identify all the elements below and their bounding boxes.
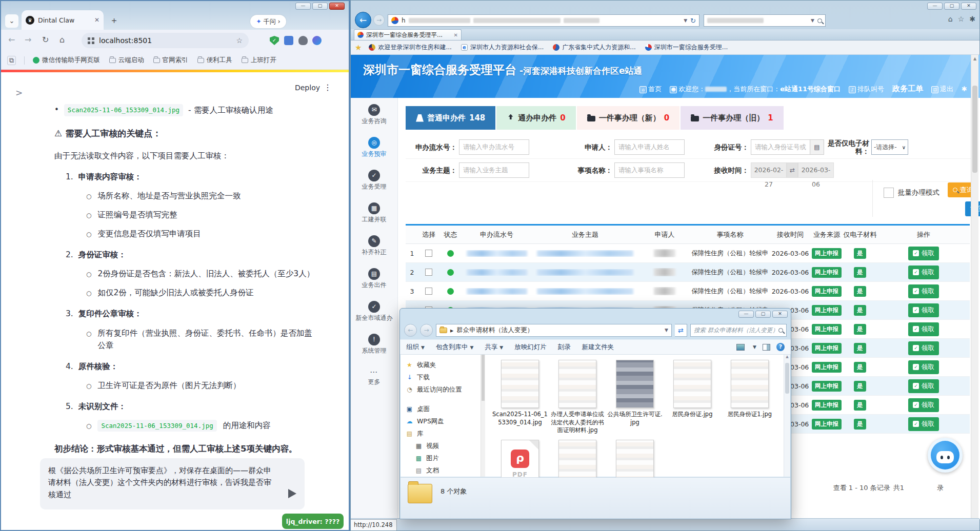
toolbar-item[interactable]: 包含到库中▼: [436, 343, 473, 352]
search-dropdown-icon[interactable]: ▼: [811, 18, 814, 23]
back-icon[interactable]: ←: [8, 35, 15, 45]
ie-address-bar[interactable]: h ▼ ↻: [388, 14, 699, 27]
ie-tab[interactable]: 深圳市一窗综合服务受理平... ✕: [354, 29, 462, 40]
file-item[interactable]: 办理人受申请单位或法定代表人委托的书面证明材料.jpg: [549, 360, 606, 435]
claim-button[interactable]: ✓领取: [908, 341, 939, 355]
address-dropdown-icon[interactable]: ▼: [684, 18, 687, 23]
ie-tab-close-icon[interactable]: ✕: [454, 32, 458, 38]
menu-kebab-icon[interactable]: ⋮: [324, 83, 332, 92]
files-scrollbar[interactable]: ▲: [784, 355, 790, 477]
profile-avatar[interactable]: [312, 36, 322, 45]
sidebar-scrollbar[interactable]: [481, 355, 485, 477]
claim-button[interactable]: ✓领取: [908, 247, 939, 260]
deploy-button[interactable]: Deploy: [295, 84, 320, 92]
row-checkbox[interactable]: [425, 288, 432, 295]
reload-icon[interactable]: ↻: [42, 35, 49, 45]
nav-queue[interactable]: ♪排队叫号: [849, 85, 884, 94]
page-scrollbar[interactable]: ▲: [971, 55, 978, 518]
bookmark-star-icon[interactable]: ☆: [236, 36, 243, 45]
assistant-robot-icon[interactable]: [928, 438, 963, 473]
favorite-item[interactable]: 广东省集中式人力资源和...: [553, 43, 635, 52]
work-tab-4[interactable]: 一件事办理（旧） 1: [681, 106, 783, 130]
send-icon[interactable]: [288, 489, 296, 498]
ie-refresh-icon[interactable]: ↻: [690, 17, 696, 25]
ie-favorites-icon[interactable]: ☆: [958, 15, 965, 23]
claim-button[interactable]: ✓领取: [908, 398, 939, 412]
sidebar-item-2[interactable]: ◎业务预审: [351, 131, 397, 164]
id-input[interactable]: [751, 139, 810, 155]
toolbar-item[interactable]: 共享▼: [485, 343, 503, 352]
sidebar-item-1[interactable]: ✉业务咨询: [351, 98, 397, 131]
row-checkbox[interactable]: [425, 250, 432, 257]
tab-search-icon[interactable]: ⌄: [5, 14, 18, 28]
bookmark-item[interactable]: 云端启动: [109, 56, 144, 65]
sidebar-expand-icon[interactable]: >: [15, 88, 23, 98]
explorer-breadcrumb[interactable]: ▸ 群众申请材料（法人变更） ▼: [436, 324, 672, 337]
explorer-back-icon[interactable]: ←: [404, 324, 417, 337]
sidebar-item-9[interactable]: ⋯更多: [351, 360, 397, 393]
adblock-shield-icon[interactable]: ✓: [270, 36, 279, 45]
forward-icon[interactable]: →: [25, 35, 31, 45]
ie-search-box[interactable]: ▼: [704, 14, 826, 27]
topic-input[interactable]: [459, 162, 529, 178]
ie-forward-icon[interactable]: →: [373, 14, 385, 26]
explorer-nav-cloud[interactable]: ☁WPS网盘: [406, 415, 481, 427]
extension-blue-icon[interactable]: [284, 36, 293, 45]
row-checkbox[interactable]: [425, 269, 432, 276]
file-item[interactable]: 公共场所卫生许可证.jpg: [606, 360, 664, 435]
explorer-forward-icon[interactable]: →: [420, 324, 433, 337]
toolbar-item[interactable]: 新建文件夹: [582, 343, 614, 352]
favorites-star-icon[interactable]: ★: [355, 43, 362, 52]
sidebar-item-5[interactable]: ✎补齐补正: [351, 229, 397, 262]
explorer-nav-recent[interactable]: ◔最近访问的位置: [406, 383, 481, 396]
explorer-minimize-button[interactable]: —: [738, 311, 754, 318]
minimize-button[interactable]: —: [295, 3, 311, 10]
ie-maximize-button[interactable]: ▢: [944, 3, 959, 10]
date-to-input[interactable]: 2026-03-06: [798, 162, 834, 178]
chevron-down-icon[interactable]: ▼: [753, 344, 756, 350]
explorer-refresh-icon[interactable]: ⇄: [675, 324, 687, 337]
address-bar[interactable]: localhost:8501 ☆: [82, 33, 249, 48]
ie-back-icon[interactable]: ←: [355, 12, 371, 28]
sidebar-item-6[interactable]: ▤业务出件: [351, 262, 397, 295]
date-from-input[interactable]: 2026-02-27: [751, 162, 787, 178]
favorite-item[interactable]: 深圳市一窗综合服务受理...: [645, 43, 728, 52]
claim-button[interactable]: ✓领取: [908, 360, 939, 374]
help-icon[interactable]: ?: [776, 343, 785, 351]
favorite-item[interactable]: 欢迎登录深圳市住房和建...: [369, 43, 451, 52]
ie-home-icon[interactable]: ⌂: [948, 15, 953, 23]
tab-close-icon[interactable]: ✕: [94, 16, 99, 24]
explorer-maximize-button[interactable]: ▢: [755, 311, 771, 318]
favorite-item[interactable]: e深圳市人力资源和社会保...: [461, 43, 544, 52]
preview-pane-icon[interactable]: [763, 344, 770, 351]
file-item[interactable]: 居民身份证.jpg: [664, 360, 721, 435]
ie-settings-icon[interactable]: ✱: [969, 15, 975, 23]
chat-input[interactable]: 根《据公共场所卫生许可预审要点》，对保存在桌面的——群众申请材料（法人变更）这个…: [40, 458, 305, 509]
nav-logout[interactable]: ⊡退出: [931, 85, 953, 94]
nav-home[interactable]: ⌂首页: [639, 85, 662, 94]
item-name-input[interactable]: [614, 162, 685, 178]
explorer-close-button[interactable]: ✕: [772, 311, 788, 318]
explorer-nav-desktop[interactable]: ▣桌面: [406, 403, 481, 415]
close-button[interactable]: ✕: [329, 3, 345, 10]
extension-ghost-icon[interactable]: [298, 36, 308, 45]
claim-button[interactable]: ✓领取: [908, 322, 939, 336]
claim-button[interactable]: ✓领取: [908, 266, 939, 279]
explorer-nav-picture[interactable]: ▩图片: [406, 452, 481, 464]
eonly-select[interactable]: -请选择- ∨: [871, 139, 908, 155]
work-tab-2[interactable]: 通办申办件 0: [496, 106, 575, 130]
scrollbar-thumb[interactable]: [972, 86, 977, 173]
qianwen-extension-button[interactable]: ✦ 千问 ›: [250, 15, 286, 28]
nav-work-order[interactable]: 政务工单: [892, 84, 923, 94]
ie-minimize-button[interactable]: —: [927, 3, 943, 10]
ie-close-button[interactable]: ✕: [961, 3, 976, 10]
search-icon[interactable]: [817, 18, 822, 23]
toolbar-item[interactable]: 组织▼: [406, 343, 425, 352]
sidebar-item-7[interactable]: ✓新全市域通办: [351, 295, 397, 328]
bookmark-item[interactable]: 官网索引: [153, 56, 188, 65]
file-item[interactable]: 居民身份证1.jpg: [721, 360, 778, 435]
explorer-search-box[interactable]: 搜索 群众申请材料（法人变更）: [690, 324, 787, 337]
sidebar-item-8[interactable]: !系统管理: [351, 328, 397, 360]
claim-button[interactable]: ✓领取: [908, 379, 939, 393]
explorer-nav-library[interactable]: ▤库: [406, 427, 481, 440]
